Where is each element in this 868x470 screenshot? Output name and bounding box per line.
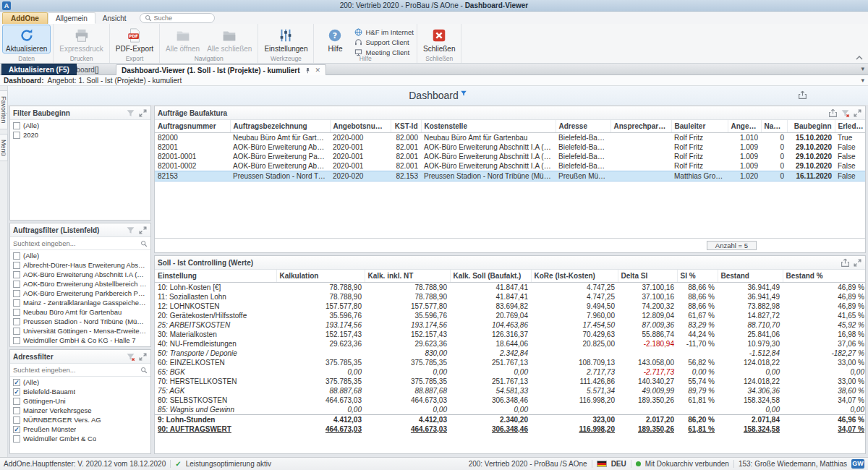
checkbox[interactable] xyxy=(13,132,20,139)
hf-internet-button[interactable]: H&F im Internet xyxy=(354,27,414,37)
auftragsfilter-search-input[interactable] xyxy=(13,239,138,247)
controlling-row[interactable]: 70: HERSTELLKOSTEN375.785,35375.785,3525… xyxy=(155,377,865,386)
controlling-row[interactable]: 75: AGK88.887,6888.887,6854.581,335.571,… xyxy=(155,386,865,396)
checkbox[interactable] xyxy=(13,122,20,129)
dashboard-selector-chevron-down-icon[interactable]: ▾ xyxy=(861,77,864,84)
checkbox[interactable] xyxy=(13,290,20,297)
dashboard-export-icon[interactable] xyxy=(798,90,807,100)
export-icon[interactable] xyxy=(841,258,850,268)
orders-column-header[interactable]: Erledigt xyxy=(835,120,865,132)
checkbox[interactable] xyxy=(13,299,20,307)
pdf-export-button[interactable]: PDF PDF-Export xyxy=(113,25,156,53)
adressfilter-search-input[interactable] xyxy=(13,366,138,374)
orders-row[interactable]: 82001AOK-Büro Erweiterung Abschnitt I.A … xyxy=(155,142,865,152)
adresse-filter-item[interactable]: Göttingen-Uni xyxy=(10,396,150,406)
controlling-row[interactable]: 9: Lohn-Stunden4.412,034.412,032.340,203… xyxy=(155,414,865,424)
dashboard-filter-icon[interactable] xyxy=(460,90,467,97)
filter-icon[interactable] xyxy=(126,226,135,235)
controlling-column-header[interactable]: Delta SI xyxy=(618,270,677,282)
orders-row[interactable]: 82153Preussen Stadion - Nord Tribüne (Mü… xyxy=(155,171,865,181)
controlling-column-header[interactable]: KoRe (Ist-Kosten) xyxy=(531,270,618,282)
adresse-filter-item[interactable]: Mainzer Verkehrsgese xyxy=(10,406,150,415)
controlling-column-header[interactable]: Einstellung xyxy=(155,270,276,282)
auftrag-filter-item[interactable]: Albrecht-Dürer-Haus Erweiterung Abschnit… xyxy=(10,260,150,270)
controlling-row[interactable]: 10: Lohn-Kosten [€]78.788,9078.788,9041.… xyxy=(155,282,865,292)
checkbox[interactable] xyxy=(13,281,20,288)
orders-column-header[interactable]: Auftragsbezeichnung xyxy=(230,120,330,132)
expressdruck-button[interactable]: Expressdruck xyxy=(56,25,106,53)
tab-ansicht[interactable]: Ansicht xyxy=(95,12,134,24)
controlling-row[interactable]: 50: Transporte / Deponie830,002.342,84-1… xyxy=(155,349,865,358)
controlling-row[interactable]: 90: AUFTRAGSWERT464.673,03464.673,03306.… xyxy=(155,424,865,434)
expand-icon[interactable] xyxy=(853,258,862,268)
checkbox[interactable] xyxy=(13,252,20,260)
ribbon-search[interactable] xyxy=(140,13,215,23)
schliessen-button[interactable]: Schließen xyxy=(420,25,458,53)
pin-icon[interactable] xyxy=(305,67,311,74)
auftrag-filter-item[interactable]: Universität Göttingen - Mensa-Erweiterun… xyxy=(10,326,150,336)
checkbox[interactable] xyxy=(13,262,20,269)
orders-column-header[interactable]: Bauleiter xyxy=(671,120,728,132)
checkbox[interactable] xyxy=(13,337,20,344)
checkbox[interactable] xyxy=(13,328,20,335)
controlling-column-header[interactable]: SI % xyxy=(677,270,718,282)
alle-schliessen-button[interactable]: Alle schließen xyxy=(204,25,255,53)
adresse-filter-item[interactable]: NÜRNBERGER Vers. AG xyxy=(10,415,150,424)
status-language[interactable]: DEU xyxy=(611,460,626,468)
addone-file-tab[interactable]: AddOne xyxy=(2,12,48,24)
adresse-filter-item[interactable]: ✓Preußen Münster xyxy=(10,424,150,434)
auftrag-filter-item[interactable]: AOK-Büro Erweiterung Abschnitt I.A (Biel… xyxy=(10,270,150,279)
ribbon-search-input[interactable] xyxy=(154,14,210,22)
dashboard-selector[interactable]: Dashboard: Angebot: 1. Soll - Ist (Proje… xyxy=(0,75,868,86)
controlling-column-header[interactable]: Kalk. Soll (Baufakt.) xyxy=(450,270,531,282)
baubeginn-filter-item[interactable]: 2020 xyxy=(10,130,150,140)
orders-row[interactable]: 82001-0001AOK-Büro Erweiterung Parkberei… xyxy=(155,152,865,161)
adresse-filter-item[interactable]: Weidmüller GmbH & Co xyxy=(10,434,150,443)
adressfilter-search[interactable] xyxy=(10,364,150,377)
controlling-column-header[interactable]: Bestand xyxy=(718,270,783,282)
controlling-column-header[interactable]: Kalkulation xyxy=(276,270,365,282)
checkbox[interactable] xyxy=(13,398,20,405)
controlling-column-header[interactable]: Kalk. inkl. NT xyxy=(365,270,450,282)
auftrag-filter-item[interactable]: AOK-Büro Erweiterung Parkbereich PKW xyxy=(10,289,150,298)
checkbox[interactable] xyxy=(13,407,20,414)
checkbox[interactable] xyxy=(13,318,20,325)
orders-row[interactable]: 82000Neubau Büro Amt für Gartenbau2020-0… xyxy=(155,132,865,142)
orders-column-header[interactable]: KST-Id xyxy=(391,120,421,132)
orders-column-header[interactable]: Adresse xyxy=(556,120,610,132)
controlling-row[interactable]: 12: LOHNKOSTEN157.577,80157.577,8083.694… xyxy=(155,302,865,311)
checkbox[interactable]: ✓ xyxy=(13,379,20,386)
checkbox[interactable] xyxy=(13,435,20,443)
user-avatar[interactable]: GW xyxy=(851,459,864,469)
controlling-column-header[interactable]: Bestand % xyxy=(783,270,865,282)
controlling-row[interactable]: 20: Gerätekosten/Hilfsstoffe35.596,7635.… xyxy=(155,311,865,320)
side-tab-favoriten[interactable]: Favoriten xyxy=(0,90,8,129)
auftrag-filter-item[interactable]: (Alle) xyxy=(10,251,150,260)
controlling-row[interactable]: 40: NU-Fremdleistungen29.623,3629.623,36… xyxy=(155,339,865,349)
export-icon[interactable] xyxy=(828,108,838,118)
hilfe-button[interactable]: ? Hilfe xyxy=(317,25,353,53)
orders-column-header[interactable]: Nachtr... xyxy=(761,120,787,132)
expand-icon[interactable] xyxy=(138,226,148,235)
orders-column-header[interactable]: Ansprechpartner xyxy=(610,120,671,132)
auftrag-filter-item[interactable]: AOK-Büro Erweiterung Abstellbereich (E-B… xyxy=(10,279,150,289)
einstellungen-button[interactable]: Einstellungen xyxy=(261,25,310,53)
adresse-filter-item[interactable]: ✓(Alle) xyxy=(10,377,150,387)
alle-oeffnen-button[interactable]: Alle öffnen xyxy=(163,25,203,53)
tab-allgemein[interactable]: Allgemein xyxy=(48,12,95,24)
controlling-row[interactable]: 30: Materialkosten152.157,43152.157,4312… xyxy=(155,330,865,339)
controlling-row[interactable]: 11: Soziallasten Lohn78.788,9078.788,904… xyxy=(155,292,865,302)
auftrag-filter-item[interactable]: Neubau Büro Amt für Gartenbau xyxy=(10,307,150,317)
auftragsfilter-search[interactable] xyxy=(10,237,150,250)
orders-row[interactable]: 82001-0002AOK-Büro Erweiterung Abstellbe… xyxy=(155,161,865,171)
ribbon-collapse-icon[interactable] xyxy=(855,54,864,61)
baubeginn-filter-item[interactable]: (Alle) xyxy=(10,121,150,130)
controlling-row[interactable]: 80: SELBSTKOSTEN464.673,03464.673,03306.… xyxy=(155,396,865,405)
orders-column-header[interactable]: Baubeginn xyxy=(787,120,835,132)
orders-column-header[interactable]: Angebotsnummer xyxy=(330,120,391,132)
controlling-row[interactable]: 25: ARBEITSKOSTEN193.174,56193.174,56104… xyxy=(155,320,865,330)
orders-column-header[interactable]: Angebot-Id xyxy=(728,120,761,132)
auftrag-filter-item[interactable]: Preussen Stadion - Nord Tribüne (Münster… xyxy=(10,317,150,326)
controlling-row[interactable]: 60: EINZELKOSTEN375.785,35375.785,35251.… xyxy=(155,358,865,367)
controlling-row[interactable]: 85: Wagnis und Gewinn0,000,000,000,000,0… xyxy=(155,405,865,415)
